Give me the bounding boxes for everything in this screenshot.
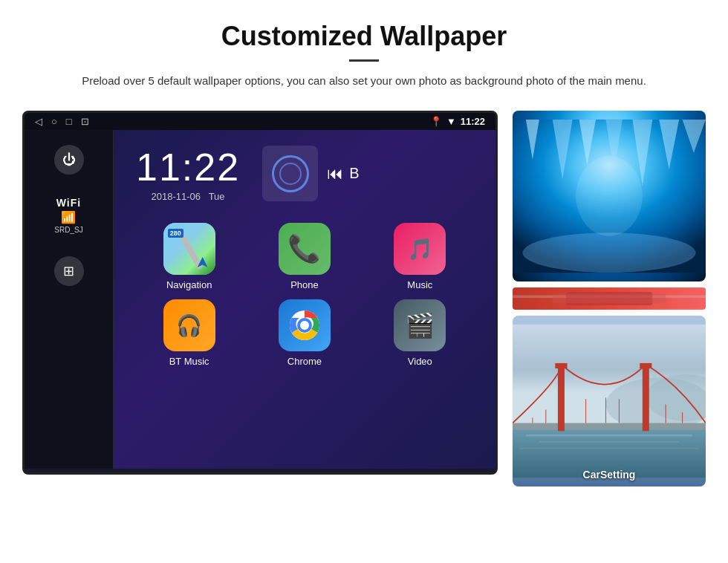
screenshot-icon[interactable]: ⊡ <box>81 116 89 127</box>
svg-rect-23 <box>539 441 679 443</box>
title-divider <box>349 59 379 62</box>
navigation-icon: 280 <box>163 223 215 275</box>
recent-nav-icon[interactable]: □ <box>66 116 72 127</box>
video-icon: 🎬 <box>394 299 446 351</box>
svg-rect-25 <box>513 423 706 430</box>
svg-rect-26 <box>558 365 565 432</box>
app-grid: 280 Navigation 📞 Phone <box>121 217 488 373</box>
wifi-label: WiFi <box>54 197 82 209</box>
apps-grid-button[interactable]: ⊞ <box>54 256 84 286</box>
home-screen-main: 11:22 2018-11-06 Tue <box>114 130 495 469</box>
media-widget: ⏮ B <box>262 146 359 201</box>
power-button[interactable]: ⏻ <box>54 145 84 175</box>
bluetooth-icon: 🎧 <box>176 313 202 338</box>
carsetting-label: CarSetting <box>513 469 706 481</box>
chrome-label: Chrome <box>287 356 322 367</box>
svg-rect-24 <box>519 448 699 449</box>
clock-time: 11:22 <box>136 145 240 189</box>
btmusic-label: BT Music <box>169 356 209 367</box>
phone-icon: 📞 <box>279 223 331 275</box>
wallpaper-previews: CarSetting <box>513 111 706 486</box>
wifi-widget: WiFi 📶 SRD_SJ <box>54 197 82 234</box>
app-item-phone[interactable]: 📞 Phone <box>251 223 357 290</box>
signal-ring-icon <box>272 155 309 192</box>
middle-strip-svg <box>513 287 706 310</box>
wifi-status-icon: ▼ <box>446 116 456 127</box>
bridge-svg <box>513 316 706 486</box>
chrome-logo-svg <box>287 307 322 343</box>
app-item-navigation[interactable]: 280 Navigation <box>136 223 242 290</box>
location-icon: 📍 <box>430 116 442 127</box>
sidebar: ⏻ WiFi 📶 SRD_SJ ⊞ <box>25 130 114 469</box>
wifi-bars-icon: 📶 <box>54 210 82 224</box>
wallpaper-preview-ice[interactable] <box>513 111 706 282</box>
status-bar-right: 📍 ▼ 11:22 <box>430 116 485 127</box>
back-nav-icon[interactable]: ◁ <box>35 116 42 127</box>
home-nav-icon[interactable]: ○ <box>51 116 57 127</box>
clock-date: 2018-11-06 Tue <box>136 191 240 202</box>
wifi-ssid: SRD_SJ <box>54 226 82 234</box>
app-item-chrome[interactable]: Chrome <box>251 299 357 367</box>
wallpaper-preview-bridge[interactable]: CarSetting <box>513 316 706 486</box>
screen-content: ⏻ WiFi 📶 SRD_SJ ⊞ 11:22 2018-11-06 <box>25 130 495 469</box>
navigation-label: Navigation <box>166 279 212 290</box>
phone-label: Phone <box>290 279 319 290</box>
page-title: Customized Wallpaper <box>59 21 669 52</box>
video-clap-icon: 🎬 <box>405 311 435 339</box>
svg-rect-28 <box>643 365 649 432</box>
svg-point-12 <box>522 232 695 273</box>
status-bar: ◁ ○ □ ⊡ 📍 ▼ 11:22 <box>25 113 495 130</box>
chrome-icon <box>279 299 331 351</box>
svg-rect-17 <box>553 294 666 304</box>
media-icon-box <box>262 146 318 201</box>
app-item-video[interactable]: 🎬 Video <box>367 299 473 367</box>
page-description: Preload over 5 default wallpaper options… <box>59 72 669 90</box>
music-note-icon: 🎵 <box>407 237 433 261</box>
page-header: Customized Wallpaper Preload over 5 defa… <box>0 0 728 103</box>
svg-point-3 <box>300 321 309 330</box>
nav-map-icon: 280 <box>163 223 215 275</box>
media-controls: ⏮ B <box>327 164 359 183</box>
app-item-btmusic[interactable]: 🎧 BT Music <box>136 299 242 367</box>
clock-info: 11:22 2018-11-06 Tue <box>136 145 240 202</box>
svg-rect-22 <box>526 435 692 437</box>
main-content: ◁ ○ □ ⊡ 📍 ▼ 11:22 ⏻ WiFi 📶 SRD_SJ <box>0 103 728 494</box>
skip-prev-icon[interactable]: ⏮ <box>327 164 343 183</box>
status-time: 11:22 <box>461 116 485 127</box>
video-label: Video <box>408 356 432 367</box>
device-frame: ◁ ○ □ ⊡ 📍 ▼ 11:22 ⏻ WiFi 📶 SRD_SJ <box>22 111 498 475</box>
signal-inner-icon <box>279 163 302 185</box>
svg-point-13 <box>576 156 643 236</box>
clock-area: 11:22 2018-11-06 Tue <box>121 137 488 209</box>
music-icon: 🎵 <box>394 223 446 275</box>
status-bar-left: ◁ ○ □ ⊡ <box>35 116 89 127</box>
nav-badge: 280 <box>168 229 183 238</box>
bridge-scene-background <box>513 316 706 486</box>
music-label: Music <box>407 279 432 290</box>
track-label: B <box>349 165 359 182</box>
ice-cave-background <box>513 111 706 282</box>
wallpaper-preview-middle[interactable] <box>513 287 706 310</box>
btmusic-icon: 🎧 <box>163 299 215 351</box>
app-item-music[interactable]: 🎵 Music <box>367 223 473 290</box>
ice-cave-svg <box>513 111 706 282</box>
